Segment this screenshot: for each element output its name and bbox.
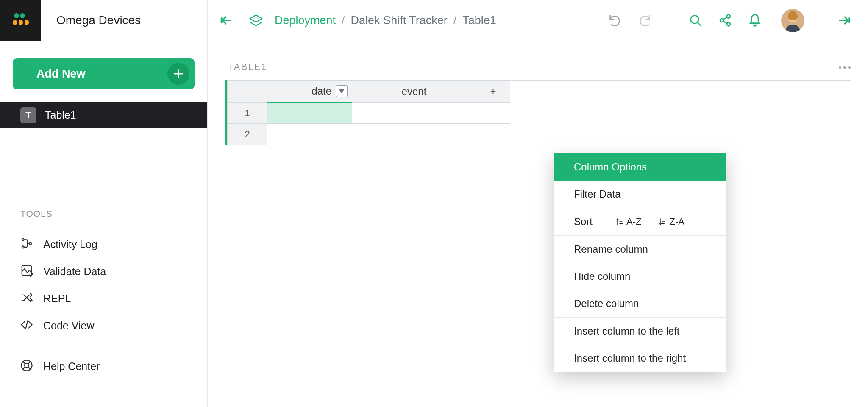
breadcrumb: Deployment / Dalek Shift Tracker / Table… — [275, 14, 496, 27]
svg-rect-19 — [221, 17, 223, 23]
menu-label: Hide column — [574, 270, 630, 282]
svg-line-17 — [28, 367, 31, 369]
table-more-button[interactable] — [838, 63, 851, 71]
tool-validate-data[interactable]: Validate Data — [0, 258, 207, 285]
menu-rename-column[interactable]: Rename column — [554, 236, 726, 263]
org-name[interactable]: Omega Devices — [41, 14, 141, 27]
svg-point-25 — [727, 22, 730, 26]
menu-label: Delete column — [574, 298, 639, 309]
svg-rect-4 — [25, 20, 29, 25]
svg-rect-31 — [848, 17, 850, 23]
cell[interactable] — [352, 124, 476, 145]
svg-line-11 — [26, 321, 28, 329]
menu-label: Sort — [574, 216, 593, 228]
tool-help-center[interactable]: Help Center — [0, 353, 207, 380]
plus-icon — [167, 63, 189, 85]
tool-activity-log[interactable]: Activity Log — [0, 231, 207, 258]
svg-point-9 — [29, 243, 31, 245]
collapse-right-button[interactable] — [833, 9, 855, 31]
row-number[interactable]: 2 — [228, 124, 267, 145]
breadcrumb-leaf[interactable]: Table1 — [462, 14, 496, 27]
app-logo[interactable] — [0, 0, 41, 41]
code-icon — [20, 318, 33, 333]
column-header-event[interactable]: event — [352, 81, 476, 103]
cell[interactable] — [267, 124, 352, 145]
menu-label: Filter Data — [574, 188, 621, 200]
sort-asc-button[interactable]: A-Z — [615, 216, 641, 227]
help-icon — [20, 359, 33, 374]
svg-line-26 — [723, 17, 727, 20]
layers-icon[interactable] — [245, 9, 267, 31]
content: TABLE1 date — [208, 41, 868, 165]
svg-rect-2 — [13, 20, 17, 25]
add-new-button[interactable]: Add New — [13, 58, 195, 89]
cell[interactable] — [476, 103, 510, 124]
validate-icon — [20, 264, 33, 279]
tools-header: TOOLS — [0, 209, 207, 219]
grid-table: date event + — [227, 80, 510, 145]
menu-label: Column Options — [574, 161, 647, 173]
svg-point-8 — [22, 246, 24, 248]
column-menu-button[interactable] — [336, 85, 348, 97]
sort-desc-button[interactable]: Z-A — [658, 216, 684, 227]
tool-label: Validate Data — [43, 265, 106, 278]
tool-repl[interactable]: REPL — [0, 285, 207, 312]
menu-column-options[interactable]: Column Options — [554, 153, 726, 181]
svg-line-22 — [698, 22, 701, 25]
select-all-cell[interactable] — [228, 81, 267, 103]
svg-point-13 — [25, 363, 29, 368]
grid-empty-area[interactable] — [510, 80, 851, 145]
search-button[interactable] — [684, 9, 707, 31]
share-button[interactable] — [714, 9, 736, 31]
redo-button[interactable] — [634, 9, 656, 31]
column-header-date[interactable]: date — [267, 81, 352, 103]
undo-button[interactable] — [604, 9, 626, 31]
tool-label: Code View — [43, 320, 94, 332]
topbar-left: Deployment / Dalek Shift Tracker / Table… — [215, 9, 496, 31]
svg-rect-1 — [20, 13, 25, 18]
breadcrumb-sep: / — [342, 14, 345, 27]
sort-desc-label: Z-A — [669, 216, 684, 227]
add-column-button[interactable]: + — [476, 81, 510, 103]
menu-delete-column[interactable]: Delete column — [554, 290, 726, 317]
tool-code-view[interactable]: Code View — [0, 312, 207, 339]
menu-insert-right[interactable]: Insert column to the right — [554, 345, 726, 372]
menu-filter-data[interactable]: Filter Data — [554, 181, 726, 208]
shuffle-icon — [20, 291, 33, 306]
cell[interactable] — [352, 103, 476, 124]
table-row: 2 — [228, 124, 510, 145]
svg-line-15 — [28, 362, 31, 364]
breadcrumb-root[interactable]: Deployment — [275, 14, 336, 27]
menu-label: Rename column — [574, 243, 648, 255]
cell[interactable] — [267, 103, 352, 124]
avatar[interactable] — [781, 9, 804, 32]
row-number[interactable]: 1 — [228, 103, 267, 124]
topbar: Deployment / Dalek Shift Tracker / Table… — [208, 0, 868, 41]
sort-desc-icon — [658, 217, 667, 226]
svg-point-33 — [843, 66, 846, 69]
sidebar-item-table1[interactable]: T Table1 — [0, 102, 207, 128]
sidebar: Omega Devices Add New T Table1 TOOLS Act… — [0, 0, 208, 407]
tool-label: Help Center — [43, 360, 100, 373]
breadcrumb-mid[interactable]: Dalek Shift Tracker — [351, 14, 448, 27]
activity-icon — [20, 237, 33, 251]
svg-point-23 — [720, 19, 723, 22]
svg-point-32 — [839, 66, 841, 69]
svg-marker-20 — [250, 15, 262, 22]
logo-icon — [12, 11, 30, 29]
sort-asc-label: A-Z — [626, 216, 641, 227]
back-button[interactable] — [215, 9, 237, 31]
menu-hide-column[interactable]: Hide column — [554, 263, 726, 290]
cell[interactable] — [476, 124, 510, 145]
spreadsheet: date event + — [225, 80, 851, 145]
add-new-label: Add New — [36, 67, 86, 81]
svg-point-7 — [22, 239, 24, 241]
sidebar-header: Omega Devices — [0, 0, 207, 41]
svg-point-34 — [848, 66, 851, 69]
table-title: TABLE1 — [228, 61, 267, 72]
notifications-button[interactable] — [744, 9, 766, 31]
add-new-wrap: Add New — [0, 41, 207, 102]
svg-rect-0 — [14, 13, 19, 18]
menu-insert-left[interactable]: Insert column to the left — [554, 318, 726, 345]
table-title-row: TABLE1 — [225, 61, 851, 72]
